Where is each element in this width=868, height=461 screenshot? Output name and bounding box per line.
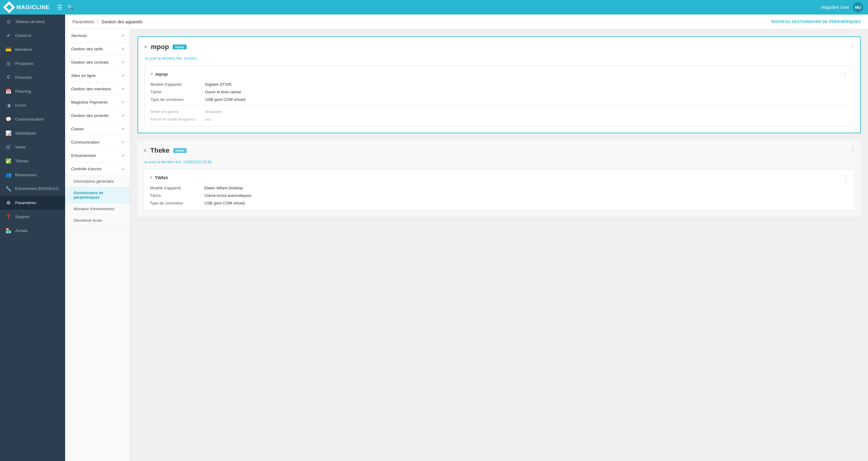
- sidebar-item-parametres[interactable]: ⚙ Paramètres: [0, 196, 65, 210]
- sidebar-item-ressources[interactable]: 👥 Ressources: [0, 168, 65, 182]
- device-more-button-theke[interactable]: ⋮: [850, 145, 856, 153]
- settings-menu-services[interactable]: Services ▾: [65, 29, 130, 42]
- sidebar-label-finances: Finances: [15, 75, 60, 80]
- menu-icon[interactable]: ☰: [57, 4, 62, 11]
- device-inner-header-mpop: mpop ⋮: [151, 70, 848, 77]
- main-content: mpop mpop vu pour la dernière fois: Inco…: [130, 29, 868, 461]
- chevron-down-icon: ▾: [122, 140, 124, 144]
- device-props-theke: Modèle d'appareil Elatec Mifare Desktop …: [150, 186, 848, 205]
- device-last-seen-mpop: vu pour la dernière fois: Inconnu: [144, 56, 854, 61]
- ressources-icon: 👥: [5, 172, 11, 178]
- settings-menu-gestion-tarifs[interactable]: Gestion des tarifs ▾: [65, 42, 130, 56]
- chevron-down-icon: ▾: [122, 60, 124, 64]
- checkin-icon: ✔: [5, 32, 11, 38]
- sidebar-item-check-in[interactable]: ✔ Check-In: [0, 28, 65, 42]
- sidebar-label-prospects: Prospects: [15, 61, 60, 66]
- user-name: Magicline User: [821, 5, 849, 10]
- settings-submenu-gestionnaire-peripheriques[interactable]: Gestionnaire de périphériques: [65, 187, 130, 203]
- settings-menu-magicline-payments[interactable]: Magicline Payments ▾: [65, 96, 130, 109]
- device-inner-header-theke: TWN4 ⋮: [150, 174, 848, 181]
- sidebar-label-parametres: Paramètres: [15, 201, 60, 205]
- settings-menu-gestion-produits[interactable]: Gestion des produits ▾: [65, 109, 130, 122]
- entrainement-nouveau-icon: 🔧: [5, 186, 11, 192]
- sidebar-item-taches[interactable]: ✅ Tâches: [0, 154, 65, 168]
- device-inner-more-button-mpop[interactable]: ⋮: [842, 70, 848, 77]
- breadcrumb-separator: /: [97, 20, 98, 24]
- sidebar-item-achats[interactable]: 🏪 Achats: [0, 223, 65, 238]
- user-avatar: MU: [853, 2, 863, 12]
- main-sidebar: ⊙ Tableau de bord ✔ Check-In 💳 Membres ◎…: [0, 14, 65, 461]
- sidebar-label-entrainement-nouveau: Entraînement (NOUVEAU): [15, 187, 60, 191]
- settings-menu-sites-en-ligne[interactable]: Sites en ligne ▾: [65, 69, 130, 82]
- device-name-mpop: mpop: [151, 43, 169, 51]
- settings-submenu-deuxieme-ecran[interactable]: Deuxième écran: [65, 215, 130, 226]
- sidebar-item-prospects[interactable]: ◎ Prospects: [0, 56, 65, 70]
- sidebar-item-statistiques[interactable]: 📊 Statistiques: [0, 126, 65, 140]
- sidebar-item-vente[interactable]: 🛒 Vente: [0, 140, 65, 154]
- breadcrumb-bar: Paramètres / Gestion des appareils NOUVE…: [65, 14, 868, 29]
- sidebar-item-tableau-de-bord[interactable]: ⊙ Tableau de bord: [0, 14, 65, 28]
- sidebar-item-planning[interactable]: 📅 Planning: [0, 84, 65, 98]
- sidebar-item-support[interactable]: ❓ Support: [0, 210, 65, 223]
- chevron-down-icon: ▾: [122, 100, 124, 104]
- new-gestionnaire-button[interactable]: NOUVEAU GESTIONNAIRE DE PÉRIPHÉRIQUES: [771, 20, 861, 24]
- device-name-theke: Theke: [150, 147, 169, 154]
- sidebar-label-communication: Communication: [15, 117, 60, 121]
- device-status-dot-mpop: [144, 45, 147, 49]
- device-inner-card-mpop: mpop ⋮ Modèle d'appareil Gigatek DT105 T…: [144, 65, 854, 127]
- settings-menu-caisse[interactable]: Caisse ▾: [65, 122, 130, 136]
- finances-icon: €: [5, 74, 11, 80]
- chevron-down-icon: ▾: [122, 154, 124, 157]
- panel-layout: Services ▾ Gestion des tarifs ▾ Gestion …: [65, 29, 868, 461]
- sidebar-item-cours[interactable]: ◑ Cours: [0, 98, 65, 112]
- chevron-down-icon: ▾: [122, 87, 124, 91]
- device-inner-more-button-theke[interactable]: ⋮: [843, 174, 848, 181]
- communication-icon: 💬: [5, 116, 11, 122]
- device-inner-dot-theke: [150, 176, 152, 179]
- device-header-mpop: mpop mpop: [144, 43, 854, 51]
- sidebar-label-statistiques: Statistiques: [15, 131, 60, 135]
- device-header-theke: Theke theke: [144, 147, 855, 154]
- sidebar-item-entrainement-nouveau[interactable]: 🔧 Entraînement (NOUVEAU): [0, 182, 65, 196]
- main-layout: ⊙ Tableau de bord ✔ Check-In 💳 Membres ◎…: [0, 14, 868, 461]
- device-card-mpop: mpop mpop vu pour la dernière fois: Inco…: [137, 36, 861, 133]
- chevron-down-icon: ▾: [122, 127, 124, 131]
- settings-menu-gestion-contrats[interactable]: Gestion des contrats ▾: [65, 56, 130, 69]
- search-icon[interactable]: 🔍: [67, 4, 73, 10]
- sidebar-item-communication[interactable]: 💬 Communication: [0, 112, 65, 126]
- support-icon: ❓: [5, 214, 11, 220]
- chevron-down-icon: ▾: [122, 73, 124, 78]
- device-status-dot-theke: [144, 149, 147, 152]
- prospects-icon: ◎: [5, 60, 11, 66]
- settings-menu-gestion-membres[interactable]: Gestion des membres ▾: [65, 82, 130, 96]
- statistiques-icon: 📊: [5, 130, 11, 136]
- planning-icon: 📅: [5, 88, 11, 94]
- logo-diamond-inner: [6, 4, 12, 10]
- settings-menu-communication[interactable]: Communication ▾: [65, 136, 130, 149]
- achats-icon: 🏪: [5, 227, 11, 234]
- sidebar-label-tableau-de-bord: Tableau de bord: [15, 20, 60, 24]
- settings-menu-controle-acces[interactable]: Contrôle d'accès ▴: [65, 162, 130, 176]
- sidebar-label-taches: Tâches: [15, 159, 60, 163]
- membres-icon: 💳: [5, 47, 11, 52]
- settings-submenu-moniteur-evenements[interactable]: Moniteur d'événements: [65, 203, 130, 215]
- device-inner-name-theke: TWN4: [150, 175, 168, 180]
- breadcrumb-parent[interactable]: Paramètres: [72, 20, 94, 24]
- device-tag-mpop: mpop: [173, 44, 187, 50]
- chevron-down-icon: ▾: [122, 47, 124, 51]
- settings-submenu-informations-generales[interactable]: Informations générales: [65, 176, 130, 187]
- sidebar-item-membres[interactable]: 💳 Membres: [0, 42, 65, 56]
- breadcrumb-current: Gestion des appareils: [101, 20, 142, 24]
- sidebar-label-cours: Cours: [15, 103, 60, 107]
- chevron-down-icon: ▾: [122, 34, 124, 37]
- topbar-right: Magicline User MU: [821, 2, 863, 12]
- sidebar-label-check-in: Check-In: [15, 33, 60, 38]
- sidebar-item-finances[interactable]: € Finances: [0, 70, 65, 84]
- device-more-button-mpop[interactable]: ⋮: [849, 42, 855, 49]
- chevron-up-icon: ▴: [122, 167, 124, 171]
- app-logo: MAGICLINE: [5, 3, 50, 11]
- settings-menu-entrainement[interactable]: Entraînement ▾: [65, 149, 130, 162]
- cours-icon: ◑: [5, 102, 11, 108]
- logo-diamond: [3, 1, 15, 13]
- sidebar-label-support: Support: [15, 214, 60, 219]
